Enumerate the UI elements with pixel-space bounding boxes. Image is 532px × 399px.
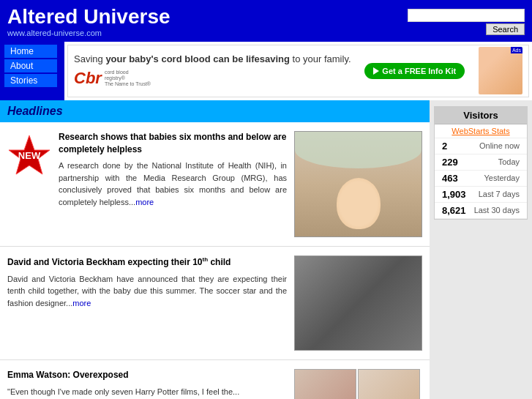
emma-thumb-2 — [358, 369, 420, 399]
visitors-box: Visitors WebStarts Stats 2 Online now 22… — [434, 106, 528, 220]
headlines-title: Headlines — [7, 105, 63, 118]
banner-tagline-start: Saving — [74, 53, 105, 64]
baby-face — [337, 178, 381, 229]
visitor-label-today: Today — [498, 157, 520, 166]
article-1: NEW Research shows that babies six month… — [0, 122, 430, 247]
article-1-title: Research shows that babies six months an… — [59, 131, 287, 156]
banner-row: Home About Stories Saving your baby's co… — [0, 42, 532, 100]
emma-row — [294, 369, 422, 399]
article-1-more-link[interactable]: more — [135, 198, 154, 206]
visitor-row-online: 2 Online now — [435, 138, 527, 154]
article-2-title-sup: th — [203, 256, 209, 263]
visitor-label-7days: Last 7 days — [479, 190, 520, 198]
visitor-count-7days: 1,903 — [442, 189, 466, 200]
article-2: David and Victoria Beckham expecting the… — [0, 247, 430, 360]
article-2-title-part1: David and Victoria Beckham expecting the… — [7, 257, 203, 267]
cbr-sub3: The Name to Trust® — [105, 81, 151, 87]
banner-tagline: Saving your baby's cord blood can be lif… — [74, 53, 351, 64]
banner-left: Saving your baby's cord blood can be lif… — [74, 53, 351, 88]
article-3-title: Emma Watson: Overexposed — [7, 369, 287, 381]
visitor-count-online: 2 — [442, 141, 447, 152]
banner-lady-image: Ads — [479, 47, 522, 94]
new-star-svg: NEW — [7, 134, 51, 178]
banner-logo: Cbr cord blood registry® The Name to Tru… — [74, 69, 351, 88]
article-2-title-part2: child — [208, 257, 231, 267]
visitor-count-yesterday: 463 — [442, 173, 458, 184]
article-2-text: David and Victoria Beckham expecting the… — [7, 256, 287, 351]
banner-tagline-bold: your baby's cord blood can be lifesaving — [105, 53, 290, 64]
visitor-label-yesterday: Yesterday — [484, 174, 520, 182]
search-input[interactable] — [408, 9, 525, 22]
article-1-text: Research shows that babies six months an… — [59, 131, 287, 209]
visitor-count-30days: 8,621 — [442, 205, 466, 216]
search-button[interactable]: Search — [486, 23, 525, 35]
emma-thumb-1 — [294, 369, 356, 399]
article-1-body: A research done by the National Institut… — [59, 160, 287, 208]
visitor-label-30days: Last 30 days — [474, 206, 520, 215]
cbr-sub1: cord blood — [105, 70, 151, 75]
visitor-row-7days: 1,903 Last 7 days — [435, 187, 527, 203]
nav-about[interactable]: About — [4, 59, 57, 72]
webstarts-link[interactable]: WebStarts Stats — [435, 124, 527, 138]
beckham-image — [294, 256, 422, 351]
header: Altered Universe www.altered-universe.co… — [0, 0, 532, 42]
banner-content: Saving your baby's cord blood can be lif… — [67, 45, 529, 97]
content-col: Headlines NEW Research sho — [0, 100, 430, 399]
ads-label: Ads — [511, 47, 522, 53]
nav-stories[interactable]: Stories — [4, 74, 57, 87]
visitor-label-online: Online now — [479, 141, 520, 150]
visitor-row-yesterday: 463 Yesterday — [435, 171, 527, 187]
nav-home[interactable]: Home — [4, 45, 57, 58]
search-area: Search — [408, 9, 525, 35]
cbr-sub2: registry® — [105, 75, 151, 81]
article-3: Emma Watson: Overexposed "Even though I'… — [0, 360, 430, 399]
article-2-title: David and Victoria Beckham expecting the… — [7, 256, 287, 269]
article-2-more-link[interactable]: more — [72, 299, 91, 307]
sidebar: Visitors WebStarts Stats 2 Online now 22… — [430, 100, 532, 399]
article-1-image — [294, 131, 422, 237]
new-badge: NEW — [7, 134, 51, 178]
baby-image — [294, 131, 422, 237]
banner-col: Saving your baby's cord blood can be lif… — [64, 42, 532, 100]
article-3-text: Emma Watson: Overexposed "Even though I'… — [7, 369, 287, 399]
headlines-header: Headlines — [0, 100, 430, 122]
cbr-logo-sub: cord blood registry® The Name to Trust® — [105, 70, 151, 88]
article-3-body: "Even though I've made only seven Harry … — [7, 386, 287, 398]
banner-tagline-end: to your family. — [290, 53, 351, 64]
site-subtitle: www.altered-universe.com — [7, 29, 171, 37]
article-2-body: David and Victoria Beckham have announce… — [7, 273, 287, 310]
svg-text:NEW: NEW — [18, 150, 41, 161]
baby-wrap — [295, 132, 422, 168]
site-title-block: Altered Universe www.altered-universe.co… — [7, 6, 171, 37]
nav-col: Home About Stories — [0, 42, 64, 100]
free-kit-button[interactable]: Get a FREE Info Kit — [364, 63, 465, 79]
visitors-title: Visitors — [435, 107, 527, 124]
visitor-row-today: 229 Today — [435, 154, 527, 171]
article-2-image — [294, 256, 422, 351]
beckham-img-fill — [295, 256, 422, 350]
article-3-image — [294, 369, 422, 399]
play-icon — [373, 67, 379, 75]
main-row: Headlines NEW Research sho — [0, 100, 532, 399]
articles-area: NEW Research shows that babies six month… — [0, 122, 430, 399]
site-title: Altered Universe — [7, 6, 171, 29]
cbr-logo-text: Cbr — [74, 69, 102, 88]
free-kit-label: Get a FREE Info Kit — [382, 67, 456, 75]
visitor-count-today: 229 — [442, 157, 458, 168]
visitor-row-30days: 8,621 Last 30 days — [435, 203, 527, 219]
